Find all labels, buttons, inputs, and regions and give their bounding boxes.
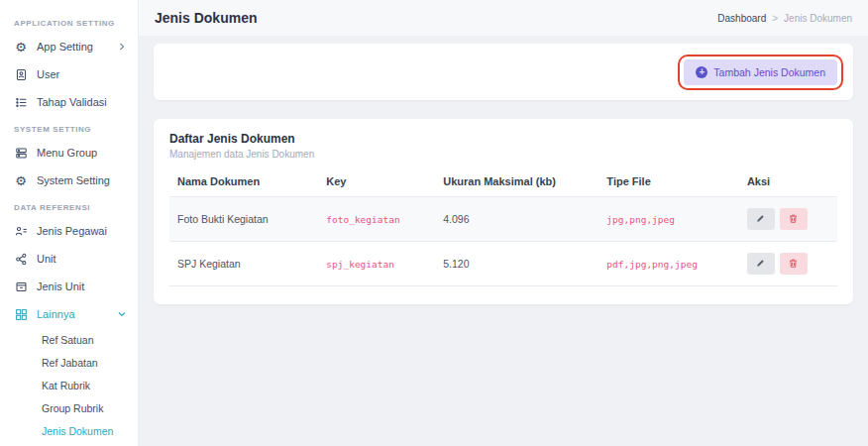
sidebar-subitem-ref-satuan[interactable]: Ref Satuan — [0, 328, 138, 351]
cell-tipe-file: jpg,png,jpeg — [598, 197, 739, 242]
table-row: Foto Bukti Kegiatan foto_kegiatan 4.096 … — [169, 197, 837, 242]
gear-icon: ⚙ — [14, 173, 28, 187]
table-header-row: Nama Dokumen Key Ukuran Maksimal (kb) Ti… — [169, 169, 837, 197]
sidebar-item-tahap-validasi[interactable]: Tahap Validasi — [0, 88, 138, 116]
breadcrumb-current: Jenis Dokumen — [784, 13, 852, 24]
sidebar-item-label: System Setting — [37, 174, 110, 186]
add-jenis-dokumen-button[interactable]: + Tambah Jenis Dokumen — [684, 59, 837, 85]
cell-ukuran-maksimal: 4.096 — [435, 197, 598, 242]
sidebar-item-label: App Setting — [37, 41, 93, 53]
user-list-icon — [14, 224, 28, 238]
jenis-dokumen-table: Nama Dokumen Key Ukuran Maksimal (kb) Ti… — [169, 169, 837, 286]
share-nodes-icon — [14, 252, 28, 266]
gear-icon: ⚙ — [14, 40, 28, 54]
column-header-key: Key — [318, 169, 435, 197]
sidebar-item-menu-group[interactable]: Menu Group — [0, 139, 138, 167]
cell-nama-dokumen: SPJ Kegiatan — [169, 242, 318, 286]
sidebar-item-label: Unit — [37, 253, 56, 265]
trash-icon — [788, 212, 799, 227]
app-window: APPLICATION SETTING ⚙ App Setting User T… — [0, 0, 868, 446]
edit-button[interactable] — [747, 208, 775, 230]
sidebar-subitem-kat-rubrik[interactable]: Kat Rubrik — [0, 374, 138, 396]
toolbar-card: + Tambah Jenis Dokumen — [154, 44, 853, 100]
main-area: Jenis Dokumen Dashboard > Jenis Dokumen … — [139, 0, 868, 446]
red-highlight-annotation: + Tambah Jenis Dokumen — [678, 55, 843, 90]
chevron-down-icon — [118, 310, 126, 318]
sidebar-section-system-setting: SYSTEM SETTING — [0, 116, 138, 139]
list-icon — [14, 95, 28, 109]
sidebar-item-system-setting[interactable]: ⚙ System Setting — [0, 167, 138, 194]
column-header-tipe-file: Tipe File — [598, 169, 739, 197]
sidebar-subitem-group-rubrik[interactable]: Group Rubrik — [0, 396, 138, 419]
sidebar-item-jenis-pegawai[interactable]: Jenis Pegawai — [0, 217, 138, 245]
column-header-nama-dokumen: Nama Dokumen — [169, 169, 318, 197]
cell-tipe-file: pdf,jpg,png,jpeg — [598, 242, 739, 286]
sidebar-item-user[interactable]: User — [0, 60, 138, 88]
cell-ukuran-maksimal: 5.120 — [435, 242, 598, 286]
breadcrumb: Dashboard > Jenis Dokumen — [717, 13, 852, 24]
page-title: Jenis Dokumen — [155, 10, 257, 26]
id-card-icon — [14, 67, 28, 81]
plus-circle-icon: + — [696, 66, 707, 78]
edit-button[interactable] — [747, 253, 775, 275]
sidebar-subitem-jenis-dokumen[interactable]: Jenis Dokumen — [0, 419, 138, 442]
cell-key: spj_kegiatan — [318, 242, 435, 286]
pencil-icon — [755, 212, 766, 227]
table-row: SPJ Kegiatan spj_kegiatan 5.120 pdf,jpg,… — [169, 242, 837, 286]
sidebar-item-label: Jenis Pegawai — [37, 225, 107, 237]
sidebar-item-jenis-unit[interactable]: Jenis Unit — [0, 273, 138, 300]
sidebar-item-unit[interactable]: Unit — [0, 245, 138, 273]
breadcrumb-separator: > — [772, 13, 778, 24]
add-button-label: Tambah Jenis Dokumen — [713, 66, 825, 78]
sidebar-item-label: Tahap Validasi — [37, 96, 107, 108]
cell-key: foto_kegiatan — [318, 197, 435, 242]
trash-icon — [788, 257, 799, 272]
delete-button[interactable] — [780, 253, 808, 275]
sidebar-item-label: Menu Group — [37, 147, 97, 159]
card-subtitle: Manajemen data Jenis Dokumen — [169, 149, 837, 160]
archive-icon — [14, 279, 28, 293]
content: + Tambah Jenis Dokumen Daftar Jenis Doku… — [139, 36, 868, 312]
column-header-ukuran-maksimal: Ukuran Maksimal (kb) — [435, 169, 598, 197]
breadcrumb-dashboard[interactable]: Dashboard — [717, 13, 766, 24]
sidebar: APPLICATION SETTING ⚙ App Setting User T… — [0, 0, 139, 446]
sidebar-item-label: Jenis Unit — [37, 280, 84, 292]
topbar: Jenis Dokumen Dashboard > Jenis Dokumen — [139, 0, 868, 36]
grid-icon — [14, 307, 28, 321]
sidebar-item-app-setting[interactable]: ⚙ App Setting — [0, 33, 138, 60]
sidebar-item-label: User — [37, 68, 59, 80]
sidebar-item-label: Lainnya — [37, 308, 75, 320]
sidebar-section-application-setting: APPLICATION SETTING — [0, 10, 138, 33]
jenis-dokumen-list-card: Daftar Jenis Dokumen Manajemen data Jeni… — [154, 119, 853, 304]
delete-button[interactable] — [780, 208, 808, 230]
chevron-right-icon — [118, 43, 126, 51]
card-title: Daftar Jenis Dokumen — [169, 132, 837, 146]
pencil-icon — [755, 257, 766, 272]
sidebar-item-lainnya[interactable]: Lainnya — [0, 300, 138, 328]
sidebar-subitem-ref-jabatan[interactable]: Ref Jabatan — [0, 351, 138, 374]
column-header-aksi: Aksi — [739, 169, 837, 197]
sidebar-section-data-referensi: DATA REFERENSI — [0, 194, 138, 217]
server-icon — [14, 146, 28, 160]
cell-nama-dokumen: Foto Bukti Kegiatan — [169, 197, 318, 242]
